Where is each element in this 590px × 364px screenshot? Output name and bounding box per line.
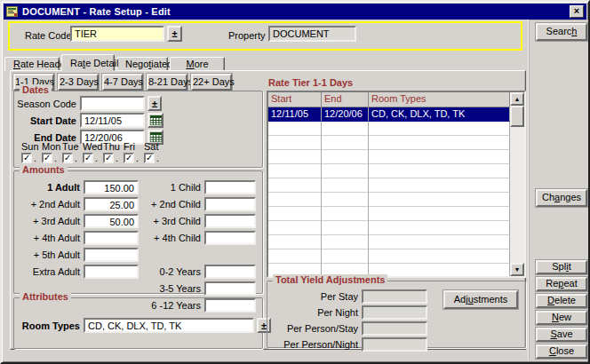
adult-3-input[interactable]: 50.00 <box>84 214 139 228</box>
amounts-group: Amounts 1 Adult150.00 + 2nd Adult25.00 +… <box>13 170 263 294</box>
child-4-input[interactable] <box>204 231 256 245</box>
grid-empty-row[interactable] <box>268 221 510 235</box>
grid-cell-start: 12/11/05 <box>268 107 322 122</box>
tab-rate-detail[interactable]: Rate Detail <box>61 54 115 71</box>
adult-5-input[interactable] <box>84 248 139 262</box>
adult-4-input[interactable] <box>84 231 139 245</box>
grid-empty-row[interactable] <box>268 207 510 221</box>
dropdown-icon: ± <box>152 99 157 108</box>
delete-button[interactable]: Delete <box>536 294 587 308</box>
grid-empty-row[interactable] <box>268 150 510 164</box>
day-dot: . <box>54 153 57 163</box>
day-range-4-7-button[interactable]: 4-7 Days <box>102 74 143 91</box>
scroll-down-icon[interactable]: ▼ <box>510 263 524 276</box>
titlebar[interactable]: DOCUMENT - Rate Setup - Edit × <box>4 4 586 20</box>
fri-checkbox[interactable]: ✓ <box>124 153 134 163</box>
day-column-tue: Tue ✓. <box>62 141 83 163</box>
tab-rate-header[interactable]: Rate Header <box>4 57 60 71</box>
extra-adult-label: Extra Adult <box>18 266 80 277</box>
grid-header-end[interactable]: End <box>322 92 369 107</box>
dates-group-title: Dates <box>20 84 52 95</box>
new-button[interactable]: New <box>536 311 587 325</box>
total-yield-adjustments-group: Total Yield Adjustments Per Stay Per Nig… <box>267 281 526 348</box>
split-button[interactable]: Split <box>536 260 587 274</box>
grid-scrollbar[interactable]: ▲ ▼ <box>510 92 524 276</box>
tue-checkbox[interactable]: ✓ <box>62 153 73 163</box>
day-column-sat: Sat ✓. <box>144 141 164 163</box>
child-3-label: + 3rd Child <box>142 216 201 226</box>
day-range-22plus-button[interactable]: 22+ Days <box>191 74 232 91</box>
day-label: Fri <box>124 141 135 152</box>
grid-empty-row[interactable] <box>268 136 510 150</box>
extra-adult-input[interactable] <box>84 265 139 279</box>
years-0-2-input[interactable] <box>204 265 256 279</box>
day-dot: . <box>75 153 77 163</box>
grid-cell-end: 12/20/06 <box>322 107 369 122</box>
close-icon[interactable]: × <box>570 5 584 18</box>
adult-1-input[interactable]: 150.00 <box>84 180 139 194</box>
rate-code-input[interactable]: TIER <box>70 26 164 42</box>
mon-checkbox[interactable]: ✓ <box>42 153 52 163</box>
day-range-2-3-button[interactable]: 2-3 Days <box>58 74 99 91</box>
day-label: Wed <box>83 141 102 152</box>
room-types-input[interactable]: CD, CK, DLX, TD, TK <box>84 318 254 333</box>
rate-code-label: Rate Code <box>25 30 72 41</box>
rate-setup-window: DOCUMENT - Rate Setup - Edit × Rate Code… <box>0 0 590 364</box>
grid-header-row: Start End Room Types <box>268 92 510 107</box>
sun-checkbox[interactable]: ✓ <box>21 153 32 163</box>
child-2-label: + 2nd Child <box>142 199 201 210</box>
years-3-5-input[interactable] <box>204 281 256 296</box>
repeat-button[interactable]: Repeat <box>536 277 587 291</box>
season-code-label: Season Code <box>14 99 76 109</box>
child-2-input[interactable] <box>204 197 256 211</box>
child-3-input[interactable] <box>204 214 256 228</box>
season-code-input[interactable] <box>80 96 145 111</box>
tab-more[interactable]: More <box>170 57 225 71</box>
day-dot: . <box>136 153 139 163</box>
grid-empty-row[interactable] <box>268 122 510 136</box>
scroll-up-icon[interactable]: ▲ <box>510 92 524 106</box>
day-range-8-21-button[interactable]: 8-21 Days <box>147 74 187 91</box>
adult-1-label: 1 Adult <box>18 182 80 193</box>
start-date-calendar-button[interactable] <box>148 113 163 128</box>
thu-checkbox[interactable]: ✓ <box>103 153 114 163</box>
grid-empty-row[interactable] <box>268 235 510 249</box>
tab-negotiated[interactable]: Negotiated <box>116 57 168 71</box>
sat-checkbox[interactable]: ✓ <box>144 153 155 163</box>
save-button[interactable]: Save <box>536 328 587 342</box>
adult-amounts-column: 1 Adult150.00 + 2nd Adult25.00 + 3rd Adu… <box>18 178 139 280</box>
adult-2-label: + 2nd Adult <box>18 199 80 210</box>
grid-empty-row[interactable] <box>268 193 510 207</box>
per-night-field <box>362 305 427 320</box>
grid-row-selected[interactable]: 12/11/05 12/20/06 CD, CK, DLX, TD, TK <box>268 107 510 122</box>
years-3-5-label: 3-5 Years <box>142 283 201 294</box>
day-dot: . <box>116 153 118 163</box>
header-highlight-box: Rate Code TIER ± Property DOCUMENT <box>8 21 522 51</box>
adult-2-input[interactable]: 25.00 <box>84 197 139 211</box>
per-stay-label: Per Stay <box>267 291 358 302</box>
season-code-dropdown-button[interactable]: ± <box>148 96 162 111</box>
search-button[interactable]: Search <box>536 23 587 41</box>
grid-header-room-types[interactable]: Room Types <box>369 92 510 107</box>
day-label: Sat <box>144 141 159 152</box>
rate-tier-title: Rate Tier 1-1 Days <box>268 77 353 88</box>
day-label: Sun <box>21 141 39 152</box>
dropdown-icon: ± <box>171 29 177 38</box>
rate-code-dropdown-button[interactable]: ± <box>167 26 182 42</box>
close-button[interactable]: Close <box>536 344 587 359</box>
scrollbar-thumb[interactable] <box>510 106 524 127</box>
wed-checkbox[interactable]: ✓ <box>83 153 93 163</box>
child-4-label: + 4th Child <box>142 233 201 243</box>
adult-4-label: + 4th Adult <box>18 233 80 243</box>
grid-empty-row[interactable] <box>268 178 510 193</box>
grid-empty-row[interactable] <box>268 249 510 264</box>
start-date-input[interactable]: 12/11/05 <box>80 113 145 128</box>
grid-header-start[interactable]: Start <box>268 92 322 107</box>
per-night-label: Per Night <box>267 307 358 318</box>
changes-button[interactable]: Changes <box>536 189 587 207</box>
day-dot: . <box>156 153 159 163</box>
tab-strip: Rate Header Rate Detail Negotiated More <box>4 54 227 71</box>
adjustments-button[interactable]: Adjustments <box>443 290 518 309</box>
grid-empty-row[interactable] <box>268 164 510 178</box>
child-1-input[interactable] <box>204 180 256 194</box>
